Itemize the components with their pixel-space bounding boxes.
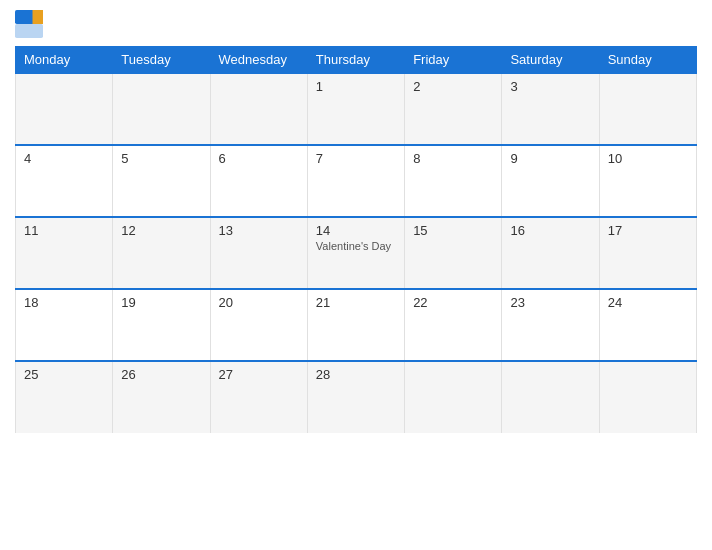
day-number: 9 — [510, 151, 590, 166]
day-number: 1 — [316, 79, 396, 94]
day-number: 28 — [316, 367, 396, 382]
calendar-cell: 23 — [502, 289, 599, 361]
calendar-cell: 10 — [599, 145, 696, 217]
col-header-wednesday: Wednesday — [210, 47, 307, 74]
day-number: 14 — [316, 223, 396, 238]
day-number: 8 — [413, 151, 493, 166]
calendar-cell: 21 — [307, 289, 404, 361]
col-header-tuesday: Tuesday — [113, 47, 210, 74]
day-number: 19 — [121, 295, 201, 310]
calendar-cell: 3 — [502, 73, 599, 145]
calendar-cell: 12 — [113, 217, 210, 289]
day-number: 20 — [219, 295, 299, 310]
calendar-cell: 6 — [210, 145, 307, 217]
calendar-cell: 22 — [405, 289, 502, 361]
calendar-cell: 27 — [210, 361, 307, 433]
calendar-cell: 2 — [405, 73, 502, 145]
day-number: 15 — [413, 223, 493, 238]
calendar-header-row: MondayTuesdayWednesdayThursdayFridaySatu… — [16, 47, 697, 74]
col-header-monday: Monday — [16, 47, 113, 74]
svg-marker-2 — [33, 10, 44, 24]
calendar-cell: 9 — [502, 145, 599, 217]
calendar-cell — [405, 361, 502, 433]
calendar-cell: 17 — [599, 217, 696, 289]
calendar-cell: 16 — [502, 217, 599, 289]
day-number: 12 — [121, 223, 201, 238]
header — [15, 10, 697, 38]
calendar-cell — [113, 73, 210, 145]
calendar-week-2: 45678910 — [16, 145, 697, 217]
calendar-week-3: 11121314Valentine's Day151617 — [16, 217, 697, 289]
calendar-cell: 19 — [113, 289, 210, 361]
day-number: 17 — [608, 223, 688, 238]
calendar-cell: 24 — [599, 289, 696, 361]
day-number: 25 — [24, 367, 104, 382]
logo — [15, 10, 45, 38]
col-header-friday: Friday — [405, 47, 502, 74]
day-number: 21 — [316, 295, 396, 310]
svg-rect-1 — [15, 24, 43, 38]
day-number: 22 — [413, 295, 493, 310]
calendar-week-4: 18192021222324 — [16, 289, 697, 361]
col-header-sunday: Sunday — [599, 47, 696, 74]
day-number: 23 — [510, 295, 590, 310]
calendar-cell: 5 — [113, 145, 210, 217]
day-number: 18 — [24, 295, 104, 310]
calendar-cell: 8 — [405, 145, 502, 217]
calendar-table: MondayTuesdayWednesdayThursdayFridaySatu… — [15, 46, 697, 433]
calendar-cell: 28 — [307, 361, 404, 433]
day-number: 16 — [510, 223, 590, 238]
day-number: 5 — [121, 151, 201, 166]
calendar-cell — [502, 361, 599, 433]
event-label: Valentine's Day — [316, 240, 396, 252]
calendar-cell: 13 — [210, 217, 307, 289]
calendar-cell — [599, 73, 696, 145]
calendar-cell: 25 — [16, 361, 113, 433]
calendar-cell: 20 — [210, 289, 307, 361]
page: MondayTuesdayWednesdayThursdayFridaySatu… — [0, 0, 712, 550]
calendar-cell: 15 — [405, 217, 502, 289]
calendar-cell — [599, 361, 696, 433]
day-number: 13 — [219, 223, 299, 238]
col-header-saturday: Saturday — [502, 47, 599, 74]
day-number: 6 — [219, 151, 299, 166]
day-number: 11 — [24, 223, 104, 238]
day-number: 24 — [608, 295, 688, 310]
calendar-week-1: 123 — [16, 73, 697, 145]
day-number: 2 — [413, 79, 493, 94]
day-number: 26 — [121, 367, 201, 382]
day-number: 4 — [24, 151, 104, 166]
logo-icon — [15, 10, 43, 38]
calendar-cell — [210, 73, 307, 145]
calendar-cell: 14Valentine's Day — [307, 217, 404, 289]
day-number: 7 — [316, 151, 396, 166]
calendar-week-5: 25262728 — [16, 361, 697, 433]
calendar-cell: 1 — [307, 73, 404, 145]
day-number: 3 — [510, 79, 590, 94]
calendar-cell: 18 — [16, 289, 113, 361]
col-header-thursday: Thursday — [307, 47, 404, 74]
day-number: 27 — [219, 367, 299, 382]
calendar-cell: 4 — [16, 145, 113, 217]
day-number: 10 — [608, 151, 688, 166]
calendar-cell: 26 — [113, 361, 210, 433]
calendar-cell: 11 — [16, 217, 113, 289]
calendar-cell: 7 — [307, 145, 404, 217]
calendar-cell — [16, 73, 113, 145]
